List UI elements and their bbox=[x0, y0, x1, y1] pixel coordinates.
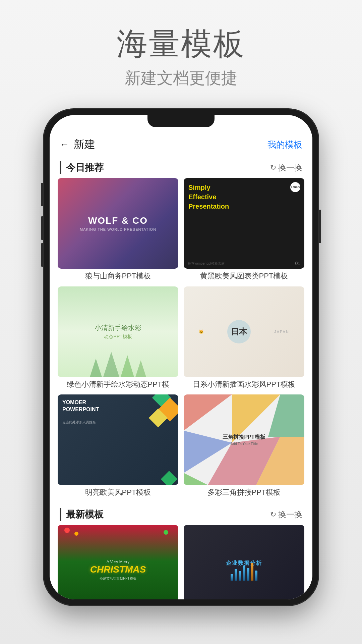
latest-template-grid: A Very Merry CHRISTMAS 圣诞节活动策划PPT模板 绿色圣诞… bbox=[50, 525, 312, 599]
simply-num: 01 bbox=[295, 261, 300, 266]
watercolor-title: 小清新手绘水彩 bbox=[95, 323, 141, 332]
refresh-icon: ↻ bbox=[270, 163, 276, 172]
japan-circle: 日本 bbox=[227, 320, 251, 343]
tri-main: 三角拼接PPT模板 bbox=[223, 434, 265, 441]
template-label-yomoer: 明亮欧美风PPT模板 bbox=[58, 488, 178, 497]
simply-bottom: 推荐yomoer ppt模板素材 bbox=[188, 261, 225, 266]
latest-section-title: 最新模板 bbox=[60, 508, 104, 521]
template-label-wolf: 狼与山商务PPT模板 bbox=[58, 271, 178, 281]
back-button[interactable]: ← bbox=[60, 139, 69, 150]
latest-refresh-button[interactable]: ↻ 换一换 bbox=[270, 509, 302, 520]
template-item-christmas[interactable]: A Very Merry CHRISTMAS 圣诞节活动策划PPT模板 绿色圣诞… bbox=[58, 525, 178, 599]
ornament-icon bbox=[164, 530, 168, 535]
christmas-main: A Very Merry bbox=[90, 559, 146, 564]
top-heading: 海量模板 新建文档更便捷 bbox=[117, 0, 245, 102]
bar-chart-item bbox=[251, 563, 253, 581]
wolf-main: WOLF & CO bbox=[80, 215, 156, 226]
today-refresh-label: 换一换 bbox=[278, 162, 302, 173]
bar-chart-item bbox=[231, 574, 233, 581]
yomoer-main: YOMOERPOWERPOINT bbox=[62, 399, 99, 413]
japan-label: JAPAN bbox=[274, 330, 289, 334]
thumb-simply: SimplyEffectivePresentation LOGO 01 推荐yo… bbox=[184, 178, 304, 269]
bar-chart-item bbox=[243, 566, 245, 581]
template-item-data[interactable]: 企业数据分析 企业数据分析PPT模板 bbox=[184, 525, 304, 599]
app-content[interactable]: ← 新建 我的模板 今日推荐 ↻ 换一换 bbox=[50, 115, 312, 599]
refresh-icon-2: ↻ bbox=[270, 510, 276, 519]
template-item-japan[interactable]: 🐱 日本 JAPAN 日系小清新插画水彩风PPT模板 bbox=[184, 286, 304, 389]
template-item-simply[interactable]: SimplyEffectivePresentation LOGO 01 推荐yo… bbox=[184, 178, 304, 281]
thumb-wolf: WOLF & CO MAKING THE WORLD PRESENTATION bbox=[58, 178, 178, 269]
today-refresh-button[interactable]: ↻ 换一换 bbox=[270, 162, 302, 173]
svg-marker-0 bbox=[184, 394, 232, 431]
template-label-japan: 日系小清新插画水彩风PPT模板 bbox=[184, 380, 304, 389]
today-section-title: 今日推荐 bbox=[60, 161, 104, 174]
template-label-simply: 黄黑欧美风图表类PPT模板 bbox=[184, 271, 304, 281]
template-item-watercolor[interactable]: 小清新手绘水彩 动态PPT模板 绿色小清新手绘水彩动态PPT模 bbox=[58, 286, 178, 389]
template-label-triangle: 多彩三角拼接PPT模板 bbox=[184, 488, 304, 497]
thumb-triangle: 三角拼接PPT模板 Add To Your Title bbox=[184, 394, 304, 485]
phone-screen: ← 新建 我的模板 今日推荐 ↻ 换一换 bbox=[50, 115, 312, 599]
christmas-title: CHRISTMAS bbox=[90, 564, 146, 575]
app-bar-title: 新建 bbox=[74, 137, 95, 152]
tri-sub: Add To Your Title bbox=[223, 442, 265, 446]
phone-frame: ← 新建 我的模板 今日推荐 ↻ 换一换 bbox=[44, 109, 318, 605]
today-template-grid: WOLF & CO MAKING THE WORLD PRESENTATION … bbox=[50, 178, 312, 503]
data-bars bbox=[231, 569, 257, 581]
thumb-christmas: A Very Merry CHRISTMAS 圣诞节活动策划PPT模板 bbox=[58, 525, 178, 599]
template-item-wolf[interactable]: WOLF & CO MAKING THE WORLD PRESENTATION … bbox=[58, 178, 178, 281]
phone-wrapper: ← 新建 我的模板 今日推荐 ↻ 换一换 bbox=[44, 109, 318, 605]
app-bar-left: ← 新建 bbox=[60, 137, 95, 152]
tree-icon bbox=[121, 355, 134, 377]
japan-right: JAPAN bbox=[274, 330, 289, 334]
thumb-japan: 🐱 日本 JAPAN bbox=[184, 286, 304, 377]
wolf-text: WOLF & CO MAKING THE WORLD PRESENTATION bbox=[80, 215, 156, 231]
today-section-header: 今日推荐 ↻ 换一换 bbox=[50, 156, 312, 178]
tri-text: 三角拼接PPT模板 Add To Your Title bbox=[223, 434, 265, 446]
latest-section-header: 最新模板 ↻ 换一换 bbox=[50, 503, 312, 525]
bar-chart-item bbox=[247, 568, 249, 581]
app-bar: ← 新建 我的模板 bbox=[50, 132, 312, 156]
thumb-data: 企业数据分析 bbox=[184, 525, 304, 599]
thumb-watercolor: 小清新手绘水彩 动态PPT模板 bbox=[58, 286, 178, 377]
japan-cat-illustration: 🐱 bbox=[199, 329, 204, 334]
ornament-icon bbox=[64, 528, 70, 533]
template-label-watercolor: 绿色小清新手绘水彩动态PPT模 bbox=[58, 380, 178, 389]
template-item-yomoer[interactable]: YOMOERPOWERPOINT 点击此处添加人员姓名 明亮欧美风PPT模板 bbox=[58, 394, 178, 497]
bar-chart-item bbox=[235, 569, 237, 581]
latest-refresh-label: 换一换 bbox=[278, 509, 302, 520]
christmas-text: A Very Merry CHRISTMAS 圣诞节活动策划PPT模板 bbox=[90, 559, 146, 581]
watercolor-subtitle: 动态PPT模板 bbox=[104, 334, 132, 340]
notch bbox=[147, 115, 215, 127]
simply-logo: LOGO bbox=[290, 182, 300, 192]
tree-icon bbox=[103, 352, 119, 377]
yomoer-sub: 点击此处添加人员姓名 bbox=[62, 420, 99, 425]
sub-title: 新建文档更便捷 bbox=[117, 67, 245, 89]
svg-marker-6 bbox=[184, 473, 208, 485]
yomoer-diamonds bbox=[106, 394, 178, 485]
christmas-sub: 圣诞节活动策划PPT模板 bbox=[90, 576, 146, 581]
tree-icon bbox=[135, 360, 146, 377]
main-title: 海量模板 bbox=[117, 27, 245, 61]
yomoer-text: YOMOERPOWERPOINT 点击此处添加人员姓名 bbox=[62, 399, 99, 425]
wolf-sub: MAKING THE WORLD PRESENTATION bbox=[80, 227, 156, 231]
simply-text: SimplyEffectivePresentation bbox=[188, 183, 229, 211]
bar-chart-item bbox=[239, 571, 241, 581]
ornament-icon bbox=[74, 532, 78, 536]
thumb-yomoer: YOMOERPOWERPOINT 点击此处添加人员姓名 bbox=[58, 394, 178, 485]
bar-chart-item bbox=[255, 571, 257, 581]
tree-icon bbox=[90, 359, 102, 377]
my-template-button[interactable]: 我的模板 bbox=[267, 139, 302, 151]
watercolor-trees bbox=[58, 314, 178, 377]
diamond-icon bbox=[161, 471, 177, 485]
template-item-triangle[interactable]: 三角拼接PPT模板 Add To Your Title 多彩三角拼接PPT模板 bbox=[184, 394, 304, 497]
